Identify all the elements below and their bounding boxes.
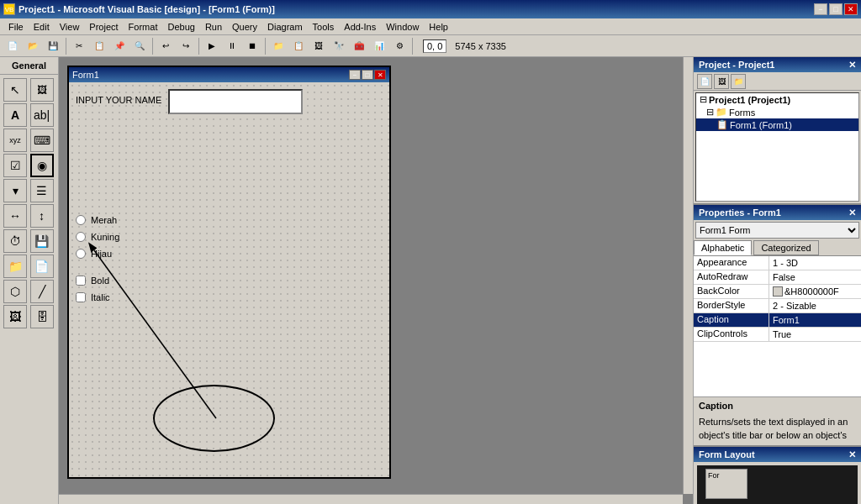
listbox-tool[interactable]: ☰ [30,179,54,202]
combobox-tool[interactable]: ▾ [3,179,27,202]
object-browser-btn[interactable]: 🔭 [330,37,348,55]
toolbox-btn[interactable]: 🧰 [350,37,368,55]
prop-row-clipcontrols[interactable]: ClipControls True [694,328,861,342]
optionbutton-tool selected[interactable]: ◉ [30,154,54,177]
picture-tool[interactable]: 🖼 [30,78,54,102]
project-tree: ⊟ Project1 (Project1) ⊟ 📁 Forms 📋 Form1 … [695,92,859,202]
properties-btn[interactable]: 📋 [289,37,308,55]
forms-folder[interactable]: ⊟ 📁 Forms [696,106,858,118]
object-selector[interactable]: Form1 Form [695,222,859,239]
menu-debug[interactable]: Debug [162,20,199,34]
menu-file[interactable]: File [3,20,29,34]
open-btn[interactable]: 📂 [24,37,42,55]
canvas-scrollbar-v[interactable] [683,57,693,494]
app-icon: VB [3,3,15,15]
caption-property-label: Caption [694,396,861,414]
menu-tools[interactable]: Tools [308,20,340,34]
menu-project[interactable]: Project [84,20,123,34]
menu-addins[interactable]: Add-Ins [339,20,381,34]
close-button[interactable]: ✕ [844,3,858,15]
check-italic[interactable]: Italic [76,292,383,302]
toggle-folders-btn[interactable]: 📁 [731,74,746,89]
commandbutton-tool[interactable]: ⌨ [30,129,54,152]
view-code-btn[interactable]: 📄 [697,74,712,89]
menu-edit[interactable]: Edit [29,20,55,34]
copy-btn[interactable]: 📋 [90,37,108,55]
check-bold[interactable]: Bold [76,276,383,286]
radio-kuning[interactable]: Kuning [76,232,383,242]
new-project-btn[interactable]: 📄 [3,37,22,55]
prop-row-caption[interactable]: Caption Form1 [694,313,861,328]
form-layout-header: Form Layout ✕ [694,447,861,462]
name-textbox[interactable] [168,89,303,114]
stop-btn[interactable]: ⏹ [243,37,261,55]
menu-format[interactable]: Format [124,20,163,34]
form-layout-close[interactable]: ✕ [848,449,856,460]
save-btn[interactable]: 💾 [44,37,62,55]
toolbox-panel: General ↖ 🖼 A ab| xyz ⌨ ☑ ◉ ▾ ☰ ↔ ↕ ⏱ 💾 … [0,57,59,504]
form-minimize-btn[interactable]: − [349,70,361,80]
properties-panel-header: Properties - Form1 ✕ [694,205,861,220]
minimize-button[interactable]: − [814,3,827,15]
canvas-scrollbar-h[interactable] [59,494,683,504]
project-panel-close[interactable]: ✕ [848,60,856,71]
dir-tool[interactable]: 📁 [3,255,27,278]
drive-tool[interactable]: 💾 [30,229,54,253]
menu-diagram[interactable]: Diagram [262,20,308,34]
tab-categorized[interactable]: Categorized [753,240,818,255]
run-btn[interactable]: ▶ [203,37,221,55]
data-tool[interactable]: 🗄 [30,305,54,328]
form1-item[interactable]: 📋 Form1 (Form1) [696,118,858,131]
form-layout-btn[interactable]: 🖼 [309,37,328,55]
cut-btn[interactable]: ✂ [70,37,88,55]
vscrollbar-tool[interactable]: ↕ [30,204,54,228]
file-tool[interactable]: 📄 [30,255,54,278]
shape-tool[interactable]: ⬡ [3,280,27,303]
frame-tool[interactable]: xyz [3,129,27,152]
undo-btn[interactable]: ↩ [156,37,175,55]
project-panel-title: Project - Project1 [699,60,774,70]
radio-merah[interactable]: Merah [76,215,383,225]
title-bar-buttons: − □ ✕ [814,3,858,15]
checkbox-tool[interactable]: ☑ [3,154,27,177]
component-btn[interactable]: ⚙ [390,37,409,55]
image-tool[interactable]: 🖼 [3,305,27,328]
maximize-button[interactable]: □ [829,3,843,15]
pause-btn[interactable]: ⏸ [223,37,241,55]
prop-row-appearance[interactable]: Appearance 1 - 3D [694,256,861,270]
form-title-text: Form1 [72,70,99,80]
line-tool[interactable]: ╱ [30,280,54,303]
project-explorer-btn[interactable]: 📁 [269,37,288,55]
menu-help[interactable]: Help [424,20,453,34]
data-view-btn[interactable]: 📊 [370,37,388,55]
form-maximize-btn[interactable]: □ [362,70,373,80]
pointer-tool[interactable]: ↖ [3,78,27,102]
project-root[interactable]: ⊟ Project1 (Project1) [696,93,858,106]
menu-run[interactable]: Run [200,20,227,34]
form-body: INPUT YOUR NAME Merah Kuning Hi [69,82,389,477]
view-object-btn[interactable]: 🖼 [714,74,729,89]
prop-row-backcolor[interactable]: BackColor &H8000000F [694,285,861,299]
backcolor-swatch [773,286,783,297]
property-tabs: Alphabetic Categorized [694,240,861,256]
textbox-tool[interactable]: ab| [30,103,54,127]
tab-alphabetic[interactable]: Alphabetic [694,240,752,255]
properties-panel-close[interactable]: ✕ [848,207,856,218]
redo-btn[interactable]: ↪ [177,37,195,55]
size-display: 5745 x 7335 [452,40,510,52]
paste-btn[interactable]: 📌 [110,37,129,55]
timer-tool[interactable]: ⏱ [3,229,27,253]
object-selector-row: Form1 Form [694,220,861,240]
find-btn[interactable]: 🔍 [130,37,149,55]
prop-row-autoredraw[interactable]: AutoRedraw False [694,270,861,285]
menu-query[interactable]: Query [227,20,262,34]
caption-property-description: Returns/sets the text displayed in an ob… [694,414,861,445]
menu-view[interactable]: View [55,20,85,34]
hscrollbar-tool[interactable]: ↔ [3,204,27,228]
form-close-btn[interactable]: ✕ [374,70,386,80]
radio-hijau[interactable]: Hijau [76,249,383,259]
prop-row-borderstyle[interactable]: BorderStyle 2 - Sizable [694,299,861,313]
label-tool[interactable]: A [3,103,27,127]
menu-window[interactable]: Window [381,20,424,34]
toolbox-tab-general[interactable]: General [0,57,58,75]
